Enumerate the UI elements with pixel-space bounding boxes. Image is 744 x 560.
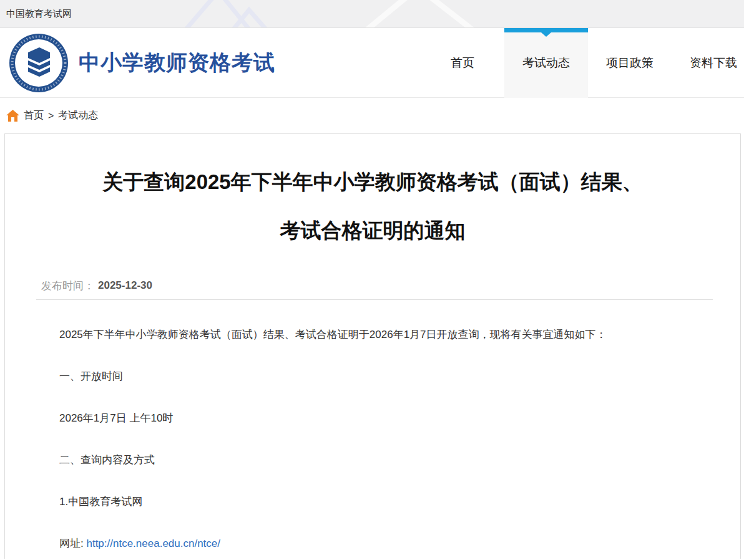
article-body: 2025年下半年中小学教师资格考试（面试）结果、考试合格证明于2026年1月7日…: [5, 327, 740, 551]
publish-time-row: 发布时间： 2025-12-30: [41, 278, 740, 293]
paragraph-url: 网址: http://ntce.neea.edu.cn/ntce/: [59, 536, 709, 551]
url-label: 网址:: [59, 538, 86, 549]
nav-item-policies[interactable]: 项目政策: [588, 28, 672, 98]
mountain-decoration-faint: [362, 0, 487, 28]
divider: [36, 299, 713, 300]
nav-item-label: 考试动态: [522, 55, 570, 71]
header: 中小学教师资格考试 首页 考试动态 项目政策 资料下载: [0, 28, 744, 98]
paragraph-intro: 2025年下半年中小学教师资格考试（面试）结果、考试合格证明于2026年1月7日…: [59, 327, 709, 342]
nav-item-exam-news[interactable]: 考试动态: [504, 28, 588, 98]
publish-time-value: 2025-12-30: [98, 279, 152, 292]
logo-book-icon: [9, 33, 69, 93]
breadcrumb: 首页 > 考试动态: [0, 98, 744, 133]
article-title-line2: 考试合格证明的通知: [42, 206, 703, 255]
article-title: 关于查询2025年下半年中小学教师资格考试（面试）结果、 考试合格证明的通知: [5, 134, 740, 255]
nav-item-home[interactable]: 首页: [421, 28, 504, 98]
paragraph-site-item: 1.中国教育考试网: [59, 495, 709, 509]
site-name-link[interactable]: 中国教育考试网: [6, 0, 72, 27]
paragraph-section2-heading: 二、查询内容及方式: [59, 453, 709, 467]
paragraph-section1-heading: 一、开放时间: [59, 369, 709, 384]
paragraph-open-time: 2026年1月7日 上午10时: [59, 411, 709, 425]
mountain-decoration: [184, 0, 278, 28]
publish-time-label: 发布时间：: [41, 279, 94, 293]
breadcrumb-home-link[interactable]: 首页: [24, 109, 44, 122]
main-nav: 首页 考试动态 项目政策 资料下载: [421, 28, 744, 98]
ntce-url-link[interactable]: http://ntce.neea.edu.cn/ntce/: [86, 538, 220, 549]
topbar: 中国教育考试网: [0, 0, 744, 28]
article-title-line1: 关于查询2025年下半年中小学教师资格考试（面试）结果、: [42, 158, 703, 206]
home-icon: [6, 110, 19, 122]
breadcrumb-separator: >: [48, 110, 54, 122]
nav-item-downloads[interactable]: 资料下载: [672, 28, 744, 98]
brand-title: 中小学教师资格考试: [79, 28, 275, 98]
active-tab-arrow: [541, 32, 551, 37]
article-container: 关于查询2025年下半年中小学教师资格考试（面试）结果、 考试合格证明的通知 发…: [4, 133, 741, 559]
active-tab-indicator: [504, 28, 588, 32]
breadcrumb-current: 考试动态: [58, 109, 98, 122]
